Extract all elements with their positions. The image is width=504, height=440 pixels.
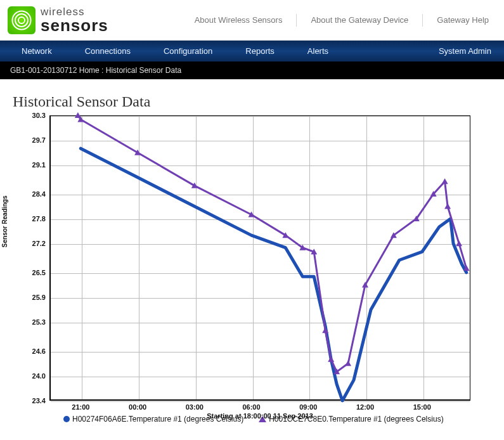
x-tick-label: 09:00 <box>299 401 317 411</box>
separator <box>296 14 297 27</box>
x-tick-label: 12:00 <box>356 401 374 411</box>
x-tick-label: 21:00 <box>72 401 89 411</box>
logo-icon <box>8 6 36 34</box>
y-tick-label: 25.3 <box>19 318 49 326</box>
chart-container: Sensor Readings Starting at 18:00:00 11 … <box>0 115 504 431</box>
x-tick-label: 15:00 <box>413 401 431 411</box>
y-tick-label: 23.4 <box>19 397 49 404</box>
nav-system-admin[interactable]: System Admin <box>422 41 499 61</box>
svg-point-1 <box>15 14 28 27</box>
chart-svg <box>49 115 470 401</box>
y-tick-label: 24.0 <box>19 372 49 380</box>
app-header: wireless sensors About Wireless Sensors … <box>0 0 504 41</box>
separator <box>422 14 423 27</box>
x-tick-label: 06:00 <box>242 401 260 411</box>
chart-plot-area: Starting at 18:00:00 11 Sep 2013 21:0000… <box>49 115 470 401</box>
y-tick-label: 26.5 <box>19 269 49 276</box>
top-link-about-gateway[interactable]: About the Gateway Device <box>303 13 416 27</box>
breadcrumb: GB1-001-20130712 Home : Historical Senso… <box>0 61 504 79</box>
logo: wireless sensors <box>8 6 108 34</box>
nav-reports[interactable]: Reports <box>229 41 291 61</box>
y-tick-label: 29.7 <box>19 136 49 144</box>
y-tick-label: 27.2 <box>19 240 49 247</box>
top-link-help[interactable]: Gateway Help <box>429 13 496 27</box>
y-tick-label: 24.6 <box>19 347 49 355</box>
logo-text-line2: sensors <box>41 17 108 34</box>
nav-configuration[interactable]: Configuration <box>147 41 229 61</box>
x-tick-label: 03:00 <box>186 401 204 411</box>
top-link-about-sensors[interactable]: About Wireless Sensors <box>187 13 290 27</box>
svg-point-0 <box>18 17 25 23</box>
y-axis-label: Sensor Readings <box>1 195 8 247</box>
x-axis-label: Starting at 18:00:00 11 Sep 2013 <box>207 412 313 420</box>
nav-alerts[interactable]: Alerts <box>291 41 345 61</box>
main-nav: Network Connections Configuration Report… <box>0 41 504 61</box>
y-tick-label: 27.8 <box>19 215 49 223</box>
nav-connections[interactable]: Connections <box>68 41 147 61</box>
top-links: About Wireless Sensors About the Gateway… <box>187 13 496 27</box>
y-tick-label: 30.3 <box>19 112 49 119</box>
y-tick-label: 25.9 <box>19 294 49 301</box>
x-tick-label: 00:00 <box>129 401 146 411</box>
nav-network[interactable]: Network <box>5 41 68 61</box>
page-title: Historical Sensor Data <box>0 79 504 115</box>
legend-marker-dot <box>63 416 70 422</box>
y-tick-label: 28.4 <box>19 190 49 198</box>
y-tick-label: 29.1 <box>19 161 49 169</box>
